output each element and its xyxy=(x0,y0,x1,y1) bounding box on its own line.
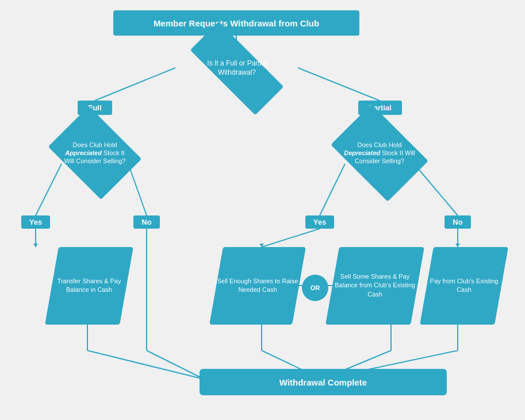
diamond-appreciated: Does Club Hold Appreciated Stock It Will… xyxy=(33,125,157,180)
action-pay-from-cash: Pay from Club's Existing Cash xyxy=(427,247,501,325)
action-sell-shares: Sell Enough Shares to Raise Needed Cash xyxy=(216,247,299,325)
svg-line-9 xyxy=(147,350,204,379)
no2-label: No xyxy=(439,214,476,229)
action-transfer-shares: Transfer Shares & Pay Balance in Cash xyxy=(52,247,127,325)
yes2-label: Yes xyxy=(301,214,338,229)
action-sell-some-shares: Sell Some Shares & Pay Balance from Club… xyxy=(332,247,417,325)
svg-line-11 xyxy=(87,350,204,379)
yes1-label: Yes xyxy=(17,214,54,229)
withdrawal-complete: Withdrawal Complete xyxy=(200,369,447,395)
diamond-full-or-partial: Is It a Full or Partial Withdrawal? xyxy=(155,45,319,92)
or-circle: OR xyxy=(302,275,328,301)
svg-line-14 xyxy=(262,229,320,247)
no1-label: No xyxy=(129,214,164,229)
svg-marker-27 xyxy=(33,244,38,247)
title-box: Member Requests Withdrawal from Club xyxy=(113,10,359,36)
flowchart: Member Requests Withdrawal from Club Is … xyxy=(0,0,525,420)
diamond-depreciated: Does Club Hold Depreciated Stock It Will… xyxy=(313,125,446,180)
